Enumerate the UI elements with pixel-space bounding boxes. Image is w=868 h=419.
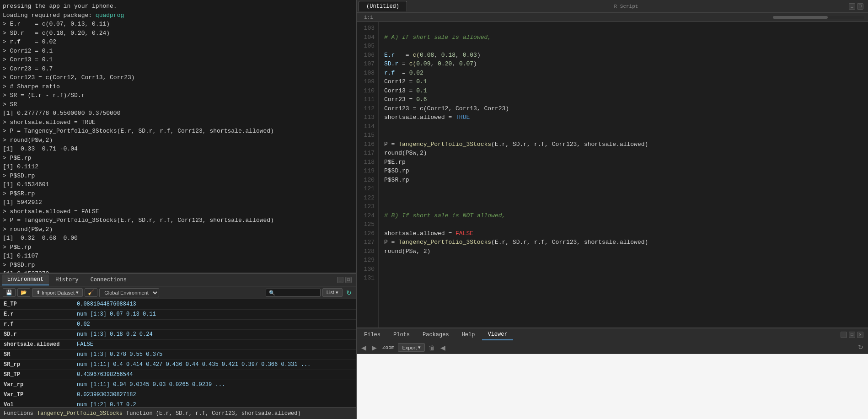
env-var-name: E.r [0,309,73,319]
console-line: > r.f = 0.02 [3,38,354,47]
zoom-label: Zoom [380,345,396,350]
env-search-input[interactable] [266,289,321,297]
env-var-value: 0.439676398256544 [73,370,356,380]
plots-next-button[interactable]: ▶ [370,344,379,351]
console-line: > Corr23 = 0.7 [3,64,354,74]
maximize-editor-button[interactable]: □ [857,3,863,10]
tab-plots[interactable]: Plots [388,330,415,340]
line-numbers: 103 104 105 106 107 108 109 110 111 112 … [357,22,379,328]
plots-panel: Files Plots Packages Help Viewer _ □ ✕ ◀… [357,328,868,419]
console-line: > shortsale.allowed = FALSE [3,207,354,216]
console-line: [1] 0.1527379 [3,269,354,273]
env-var-value: num [1:2] 0.17 0.2 [73,400,356,407]
console-line: > Corr12 = 0.1 [3,47,354,56]
minimize-plots-button[interactable]: _ [841,332,847,338]
console-line: > P = Tangency_Portfolio_3Stocks(E.r, SD… [3,216,354,225]
plots-toolbar: ◀ ▶ Zoom Export ▾ 🗑 ◀ ↻ [357,341,868,354]
env-var-name: Var_rp [0,380,73,390]
window-controls: _ □ [337,277,354,283]
maximize-plots-button[interactable]: □ [849,332,855,338]
left-panel: pressing the app in your iphone. Loading… [0,0,357,419]
cursor-position: 1:1 [360,15,377,20]
code-text[interactable]: # A) If short sale is allowed, E.r = c(0… [379,22,868,328]
tab-environment[interactable]: Environment [2,274,49,285]
env-table: E_TP0.0881044876088413E.rnum [1:3] 0.07 … [0,299,356,407]
env-var-value: num [1:3] 0.18 0.2 0.24 [73,329,356,339]
chevron-down-icon: ▾ [76,290,79,295]
env-save-button[interactable]: 💾 [3,288,16,297]
env-load-button[interactable]: 📂 [17,288,30,297]
plots-broom-button[interactable]: ◀ [439,344,447,351]
tab-files[interactable]: Files [359,330,386,340]
list-view-button[interactable]: List ▾ [322,288,343,297]
console-line: [1] 0.1534601 [3,180,354,189]
bottom-tab-bar: Environment History Connections _ □ [0,274,356,286]
env-var-value: FALSE [73,339,356,349]
tab-help[interactable]: Help [456,330,481,340]
plots-refresh-area: ↻ [856,344,865,351]
import-dataset-button[interactable]: ⬆ Import Dataset ▾ [32,288,83,297]
env-var-value: num [1:11] 0.4 0.414 0.427 0.436 0.44 0.… [73,360,356,370]
env-table-area[interactable]: E_TP0.0881044876088413E.rnum [1:3] 0.07 … [0,299,356,407]
env-var-name: SD.r [0,329,73,339]
table-row: r.f0.02 [0,319,356,329]
table-row: Var_TP0.0239930330827182 [0,390,356,400]
tab-viewer[interactable]: Viewer [482,329,513,340]
maximize-button[interactable]: □ [345,277,352,283]
console-line: [1] 0.32 0.68 0.00 [3,234,354,243]
code-editor[interactable]: 103 104 105 106 107 108 109 110 111 112 … [357,22,868,328]
export-button[interactable]: Export ▾ [398,343,425,352]
close-plots-button[interactable]: ✕ [857,332,863,338]
line-info-bar: 1:1 [357,13,868,22]
console-area[interactable]: pressing the app in your iphone. Loading… [0,0,356,273]
env-var-value: 0.0881044876088413 [73,299,356,309]
console-line: > E.r = c(0.07, 0.13, 0.11) [3,20,354,29]
console-line: > shortsale.allowed = TRUE [3,118,354,127]
console-line: [1] 5942912 [3,198,354,207]
refresh-button[interactable]: ↻ [344,289,354,296]
env-var-name: Var_TP [0,390,73,400]
table-row: SR_TP0.439676398256544 [0,370,356,380]
minimize-editor-button[interactable]: _ [849,3,855,10]
console-line: [1] 0.2777778 0.5500000 0.3750000 [3,109,354,118]
console-line: > SD.r = c(0.18, 0.20, 0.24) [3,29,354,38]
script-tab-bar: (Untitled) R Script _ □ [357,0,868,13]
scrollbar-thumb[interactable] [773,16,828,19]
console-line: [1] 0.1107 [3,252,354,261]
functions-bar: Functions Tangency_Portfolio_3Stocks fun… [0,407,356,419]
table-row: SRnum [1:3] 0.278 0.55 0.375 [0,349,356,360]
table-row: Var_rpnum [1:11] 0.04 0.0345 0.03 0.0265… [0,380,356,390]
plots-prev-button[interactable]: ◀ [359,344,368,351]
editor-window-controls: _ □ [849,3,866,10]
plots-delete-button[interactable]: 🗑 [427,344,437,351]
console-line: > SR = (E.r - r.f)/SD.r [3,91,354,100]
export-label: Export [402,345,417,350]
minimize-button[interactable]: _ [337,277,343,283]
console-line: [1] 0.1112 [3,162,354,172]
console-line: > P$SD.rp [3,261,354,270]
tab-packages[interactable]: Packages [417,330,455,340]
env-var-value: num [1:3] 0.278 0.55 0.375 [73,349,356,360]
console-line: > P$SR.rp [3,189,354,199]
table-row: shortsale.allowedFALSE [0,339,356,349]
tab-history[interactable]: History [50,275,84,285]
table-row: SR_rpnum [1:11] 0.4 0.414 0.427 0.436 0.… [0,360,356,370]
env-var-value: 0.02 [73,319,356,329]
console-line: pressing the app in your iphone. [3,2,354,11]
function-signature: function (E.r, SD.r, r.f, Corr123, short… [126,410,301,417]
table-row: Volnum [1:2] 0.17 0.2 [0,400,356,407]
tab-untitled[interactable]: (Untitled) [359,1,407,11]
env-var-value: num [1:11] 0.04 0.0345 0.03 0.0265 0.023… [73,380,356,390]
import-icon: ⬆ [36,290,40,295]
env-clear-button[interactable]: 🧹 [85,288,97,297]
plots-refresh-button[interactable]: ↻ [856,344,865,351]
console-line: > round(P$w,2) [3,136,354,145]
environment-selector[interactable]: Global Environment [99,288,159,297]
env-var-name: E_TP [0,299,73,309]
plots-content-area [357,354,868,419]
env-var-name: Vol [0,400,73,407]
right-panel: (Untitled) R Script _ □ 1:1 103 104 105 … [357,0,868,419]
horizontal-scrollbar[interactable] [773,16,864,19]
tab-connections[interactable]: Connections [85,275,132,285]
console-line: > P = Tangency_Portfolio_3Stocks(E.r, SD… [3,127,354,136]
